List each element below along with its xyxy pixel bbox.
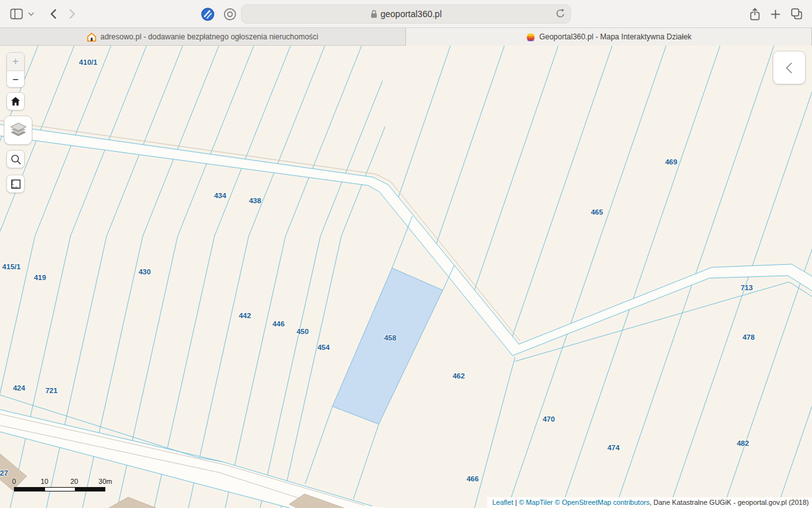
parcel-label-419: 419 [34,274,46,281]
parcel-label-415/1: 415/1 [3,263,21,271]
parcel-label-482: 482 [737,439,749,447]
parcel-label-442: 442 [239,312,251,319]
chevron-right-icon [69,8,76,20]
home-icon [10,96,21,107]
parcel-label-424: 424 [13,384,25,392]
sidebar-menu-chevron[interactable] [27,6,36,22]
tab-title: Geoportal360.pl - Mapa Interaktywna Dzia… [539,32,691,41]
share-icon [749,8,761,21]
sidebar-icon [10,8,23,20]
adresowo-favicon-house-icon [87,32,96,42]
chevron-down-icon [28,12,34,16]
forward-button[interactable] [65,6,80,22]
parcel-label-470: 470 [542,415,554,423]
plus-icon [770,9,781,20]
tab-title: adresowo.pl - dodawanie bezpłatnego ogło… [100,32,318,41]
layers-button[interactable] [4,116,32,145]
collapse-panel-button[interactable] [773,51,806,84]
scale-label: 20 [70,478,78,485]
tab-adresowo[interactable]: adresowo.pl - dodawanie bezpłatnego ogło… [0,28,406,46]
sidebar-toggle-button[interactable] [9,6,24,22]
extension-shield-button[interactable] [200,6,215,22]
share-button[interactable] [747,6,763,22]
parcel-label-438: 438 [249,197,261,204]
address-bar[interactable]: geoportal360.pl [241,4,571,23]
tab-bar: adresowo.pl - dodawanie bezpłatnego ogło… [0,28,812,46]
record-target-icon [223,8,237,21]
browser-toolbar: geoportal360.pl [0,0,812,28]
record-target-button[interactable] [222,6,237,22]
search-icon [10,154,22,165]
back-button[interactable] [46,6,61,22]
attribution-link[interactable]: © MapTiler [519,498,553,506]
cadastral-map-graphics [0,46,812,508]
new-tab-button[interactable] [768,6,783,22]
parcel-label-462: 462 [452,372,464,380]
zoom-in-button[interactable]: + [7,53,24,70]
address-bar-url: geoportal360.pl [381,9,442,19]
blue-shield-icon [201,8,214,21]
parcel-label-465: 465 [591,208,603,216]
parcel-label-450: 450 [296,328,308,335]
tab-geoportal360[interactable]: Geoportal360.pl - Mapa Interaktywna Dzia… [406,28,812,46]
map-canvas[interactable]: 410/1434438415/1419430442446450454458462… [0,46,812,508]
measure-icon [10,178,22,190]
geoportal-favicon-globe-icon [526,32,535,42]
parcel-label-469: 469 [665,158,677,166]
parcel-label-454: 454 [317,344,329,351]
scale-label: 0 [12,478,16,485]
parcel-label-458: 458 [384,334,396,342]
parcel-label-478: 478 [742,333,754,341]
layers-icon [9,122,28,138]
attribution-link[interactable]: Leaflet [492,498,513,506]
attribution-text: , Dane Katastralne GUGiK - geoportal.gov… [650,498,809,506]
home-button[interactable] [6,92,25,110]
parcel-label-713: 713 [740,284,752,291]
zoom-out-button[interactable]: − [7,71,24,88]
search-button[interactable] [6,150,25,168]
chevron-left-icon [784,61,794,75]
reload-icon [556,8,565,19]
scale-bar: 0102030m [10,478,112,491]
tab-overview-button[interactable] [789,6,804,22]
parcel-label-474: 474 [607,444,619,451]
parcel-label-410/1: 410/1 [79,58,98,66]
lock-icon [370,10,377,18]
attribution-text: | [513,498,519,506]
tab-overview-icon [790,8,803,20]
zoom-control: + − [6,52,25,88]
reload-button[interactable] [556,8,565,21]
map-attribution: Leaflet | © MapTiler © OpenStreetMap con… [487,497,812,508]
attribution-link[interactable]: © OpenStreetMap contributors [555,498,650,506]
parcel-label-430: 430 [138,268,150,276]
scale-label: 30m [98,478,112,485]
parcel-label-434: 434 [214,192,226,199]
parcel-label-427: 427 [0,469,8,477]
parcel-label-466: 466 [466,475,478,483]
chevron-left-icon [49,8,57,20]
parcel-label-446: 446 [272,320,284,328]
parcel-label-721: 721 [45,387,57,394]
measure-button[interactable] [6,175,25,193]
scale-label: 10 [41,478,48,485]
